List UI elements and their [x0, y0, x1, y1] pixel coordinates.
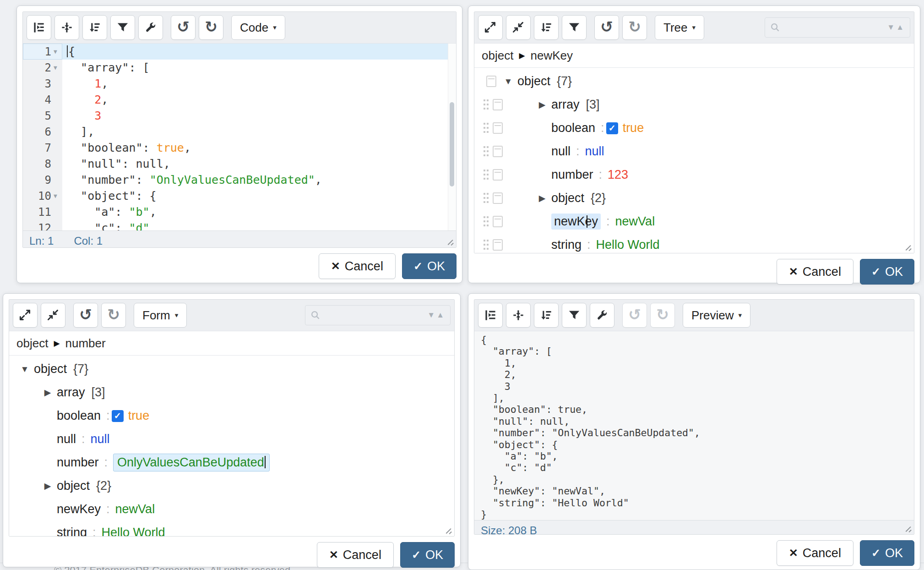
field-value[interactable]: null	[91, 432, 110, 446]
compact-button[interactable]	[506, 303, 531, 328]
code-line[interactable]: {	[62, 44, 456, 60]
field-value[interactable]: 123	[608, 168, 628, 182]
field-name[interactable]: newKey	[551, 214, 601, 230]
scrollbar-thumb[interactable]	[450, 102, 454, 186]
repair-button[interactable]	[138, 15, 163, 40]
field-name[interactable]: string	[57, 526, 87, 536]
drag-handle-icon[interactable]	[484, 170, 489, 180]
field-value[interactable]: OnlyValuesCanBeUpdated	[113, 454, 270, 471]
expand-all-button[interactable]	[478, 15, 503, 40]
field-name[interactable]: object	[34, 362, 67, 376]
search-next-icon[interactable]: ▼	[887, 23, 896, 32]
context-menu-icon[interactable]	[486, 76, 496, 87]
drag-handle-icon[interactable]	[484, 146, 489, 157]
mode-dropdown-form[interactable]: Form ▾	[134, 303, 187, 328]
field-name[interactable]: boolean	[551, 121, 595, 135]
breadcrumb-root[interactable]: object	[482, 49, 513, 63]
mode-dropdown-preview[interactable]: Preview ▾	[683, 303, 750, 328]
drag-handle-icon[interactable]	[484, 193, 489, 203]
field-value[interactable]: Hello World	[102, 526, 165, 536]
field-value[interactable]: newVal	[615, 214, 655, 229]
fold-arrow-icon[interactable]: ▼	[51, 64, 60, 71]
search-prev-icon[interactable]: ▲	[896, 23, 905, 32]
ok-button[interactable]: ✓ OK	[860, 259, 914, 285]
field-value[interactable]: true	[128, 409, 150, 423]
drag-handle-icon[interactable]	[484, 240, 489, 250]
resize-handle[interactable]	[905, 244, 913, 252]
collapse-all-button[interactable]	[41, 303, 65, 328]
field-name[interactable]: boolean	[57, 409, 101, 423]
resize-handle[interactable]	[445, 527, 453, 535]
filter-button[interactable]	[110, 15, 135, 40]
field-name[interactable]: number	[57, 455, 99, 470]
expand-node-icon[interactable]: ▶	[38, 481, 57, 491]
undo-button[interactable]: ↺	[73, 303, 98, 328]
code-line[interactable]: 1,	[62, 76, 456, 92]
field-name[interactable]: object	[517, 74, 550, 88]
boolean-checkbox[interactable]: ✓	[606, 122, 618, 134]
code-line[interactable]: 2,	[62, 92, 456, 108]
expand-node-icon[interactable]: ▶	[533, 99, 551, 110]
drag-handle-icon[interactable]	[484, 216, 489, 227]
undo-button[interactable]: ↺	[594, 15, 619, 40]
resize-handle[interactable]	[905, 525, 913, 533]
code-line[interactable]: "c": "d"	[62, 220, 456, 230]
context-menu-icon[interactable]	[493, 146, 503, 157]
undo-button[interactable]: ↺	[171, 15, 196, 40]
field-name[interactable]: number	[551, 168, 593, 182]
ok-button[interactable]: ✓ OK	[402, 253, 457, 279]
field-name[interactable]: array	[551, 98, 580, 112]
collapse-node-icon[interactable]: ▼	[499, 77, 517, 87]
cancel-button[interactable]: ✕ Cancel	[777, 259, 853, 285]
collapse-all-button[interactable]	[506, 15, 531, 40]
expand-node-icon[interactable]: ▶	[38, 387, 57, 398]
context-menu-icon[interactable]	[493, 239, 503, 251]
field-name[interactable]: array	[57, 385, 85, 400]
sort-button[interactable]	[534, 15, 559, 40]
fold-arrow-icon[interactable]: ▼	[51, 192, 60, 199]
code-line[interactable]: "array": [	[62, 60, 456, 76]
code-line[interactable]: "boolean": true,	[62, 140, 456, 156]
fold-arrow-icon[interactable]: ▼	[51, 48, 60, 55]
redo-button[interactable]: ↻	[101, 303, 126, 328]
expand-all-button[interactable]	[13, 303, 38, 328]
context-menu-icon[interactable]	[493, 122, 503, 134]
context-menu-icon[interactable]	[493, 216, 503, 227]
search-input[interactable]	[321, 308, 427, 322]
search-input[interactable]	[781, 21, 887, 34]
filter-button[interactable]	[562, 303, 587, 328]
search-prev-icon[interactable]: ▲	[436, 311, 446, 320]
code-line[interactable]: "number": "OnlyValuesCanBeUpdated",	[62, 172, 456, 188]
sort-button[interactable]	[534, 303, 559, 328]
context-menu-icon[interactable]	[493, 99, 503, 110]
field-name[interactable]: object	[551, 191, 584, 205]
filter-button[interactable]	[562, 15, 587, 40]
resize-handle[interactable]	[447, 238, 455, 246]
search-next-icon[interactable]: ▼	[427, 311, 436, 320]
field-name[interactable]: object	[57, 479, 90, 493]
collapse-node-icon[interactable]: ▼	[16, 364, 34, 374]
field-name[interactable]: null	[57, 432, 76, 446]
field-name[interactable]: null	[551, 144, 571, 159]
field-value[interactable]: newVal	[115, 502, 155, 516]
code-line[interactable]: 3	[62, 108, 456, 124]
field-name[interactable]: newKey	[57, 502, 101, 516]
drag-handle-icon[interactable]	[484, 123, 489, 133]
code-text[interactable]: { "array": [ 1, 2, 3 ], "boolean": true,…	[62, 44, 456, 230]
context-menu-icon[interactable]	[493, 192, 503, 204]
context-menu-icon[interactable]	[493, 169, 503, 181]
field-value[interactable]: true	[623, 121, 644, 135]
field-name[interactable]: string	[551, 238, 582, 252]
repair-button[interactable]	[590, 303, 614, 328]
boolean-checkbox[interactable]: ✓	[112, 410, 124, 422]
ok-button[interactable]: ✓ OK	[860, 540, 914, 566]
cancel-button[interactable]: ✕ Cancel	[319, 253, 396, 279]
code-editor-area[interactable]: 1▼2▼345678910▼1112 { "array": [ 1, 2, 3 …	[23, 44, 456, 230]
cancel-button[interactable]: ✕ Cancel	[777, 540, 853, 566]
field-value[interactable]: null	[585, 144, 604, 159]
cancel-button[interactable]: ✕ Cancel	[317, 542, 394, 568]
breadcrumb-root[interactable]: object	[16, 336, 48, 351]
code-line[interactable]: ],	[62, 124, 456, 140]
code-line[interactable]: "null": null,	[62, 156, 456, 172]
compact-button[interactable]	[54, 15, 79, 40]
